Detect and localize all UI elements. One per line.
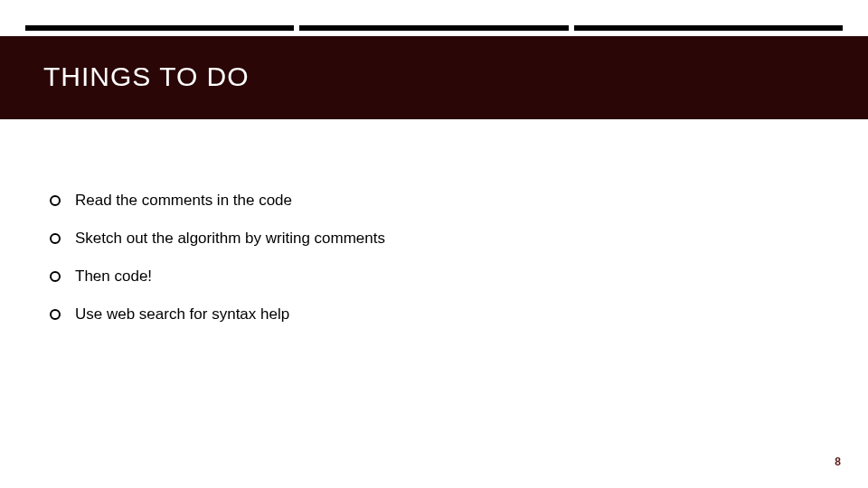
top-accent-bars: [0, 0, 868, 31]
list-item-text: Sketch out the algorithm by writing comm…: [75, 230, 385, 248]
list-item-text: Then code!: [75, 267, 152, 286]
list-item: Then code!: [50, 267, 868, 286]
content-area: Read the comments in the code Sketch out…: [0, 119, 868, 324]
page-title: THINGS TO DO: [43, 61, 825, 92]
accent-bar: [299, 25, 568, 31]
page-number: 8: [835, 455, 841, 468]
list-item: Read the comments in the code: [50, 192, 868, 210]
circle-bullet-icon: [50, 271, 61, 282]
accent-bar: [574, 25, 843, 31]
list-item: Sketch out the algorithm by writing comm…: [50, 230, 868, 248]
circle-bullet-icon: [50, 195, 61, 206]
list-item-text: Read the comments in the code: [75, 192, 292, 210]
list-item-text: Use web search for syntax help: [75, 305, 289, 324]
accent-bar: [25, 25, 294, 31]
title-band: THINGS TO DO: [0, 36, 868, 119]
circle-bullet-icon: [50, 309, 61, 320]
list-item: Use web search for syntax help: [50, 305, 868, 324]
circle-bullet-icon: [50, 233, 61, 244]
